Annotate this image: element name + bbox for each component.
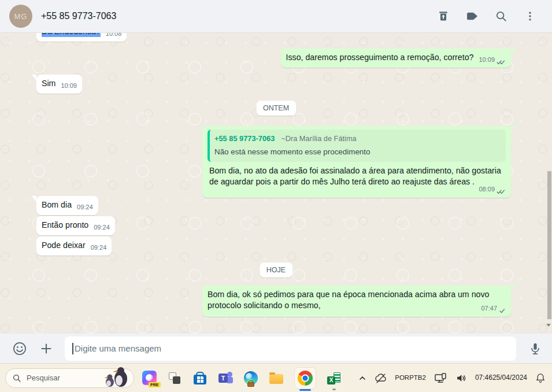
header-icons xyxy=(436,9,537,23)
excel-icon[interactable]: X xyxy=(327,371,342,386)
archive-trash-icon[interactable] xyxy=(436,9,450,23)
contact-avatar[interactable]: MG xyxy=(9,5,32,28)
bubble-tail xyxy=(32,196,36,202)
message-time: 08:09 xyxy=(479,184,495,195)
chat-header: MG +55 85 9773-7063 xyxy=(0,0,552,33)
message-time: 09:24 xyxy=(94,222,110,233)
avatar-monogram: MG xyxy=(14,12,28,21)
copilot-logo: PRE xyxy=(142,371,157,385)
edge-logo xyxy=(244,371,258,385)
clock-and-date[interactable]: 07:46 25/04/2024 xyxy=(475,373,527,383)
message-time: 09:24 xyxy=(77,202,93,213)
text-caret xyxy=(72,343,73,354)
message-text: Sim xyxy=(42,78,55,89)
message-input[interactable] xyxy=(65,336,516,361)
single-check-icon xyxy=(499,308,506,314)
quoted-message[interactable]: +55 85 9773-7063 ~Dra Marília de Fátima … xyxy=(208,130,506,162)
taskbar-apps: PRE T xyxy=(142,367,342,389)
teams-tile-letter: T xyxy=(218,373,228,383)
bubble-tail xyxy=(32,75,36,80)
menu-kebab-icon[interactable] xyxy=(523,9,537,23)
double-check-icon xyxy=(497,188,506,195)
message-bubble-outgoing-with-quote[interactable]: +55 85 9773-7063 ~Dra Marília de Fátima … xyxy=(202,126,511,198)
copilot-pre-badge: PRE xyxy=(149,382,160,387)
message-bubble-incoming[interactable]: Então pronto 09:24 xyxy=(36,216,115,235)
quote-sender: +55 85 9773-7063 xyxy=(214,134,275,143)
message-composer xyxy=(0,334,552,363)
teams-logo: T xyxy=(218,371,232,385)
chrome-icon[interactable] xyxy=(294,367,316,389)
message-time: 07:47 xyxy=(481,303,497,314)
onedrive-paused-cloud-icon[interactable] xyxy=(375,372,387,384)
search-icon[interactable] xyxy=(494,9,508,23)
selected-message-text: Da Endodontia? xyxy=(42,33,101,37)
message-input-wrap xyxy=(65,336,516,361)
chat-scroll-down-arrow[interactable] xyxy=(546,324,551,327)
notifications-bell-icon[interactable] xyxy=(535,372,546,384)
language-line1: POR xyxy=(395,373,409,382)
quote-header: +55 85 9773-7063 ~Dra Marília de Fátima xyxy=(214,133,500,144)
message-bubble-incoming[interactable]: Da Endodontia? 10:08 xyxy=(36,33,127,42)
quote-author: ~Dra Marília de Fátima xyxy=(281,134,357,143)
excel-tile-letter: X xyxy=(327,376,335,384)
work-briefcase-overlay-icon xyxy=(247,382,254,387)
taskbar-search[interactable]: Pesquisar xyxy=(5,368,134,388)
message-text: Pode deixar xyxy=(42,240,86,251)
tray-time: 07:46 xyxy=(475,373,492,383)
chat-title[interactable]: +55 85 9773-7063 xyxy=(41,11,436,21)
quote-text: Não está nesse momento esse procedimento xyxy=(214,146,500,157)
date-divider-today: HOJE xyxy=(260,262,292,278)
whatsapp-screen: MG +55 85 9773-7063 xyxy=(0,0,552,392)
excel-logo: X xyxy=(327,372,341,384)
language-line2: PTB2 xyxy=(409,373,426,382)
message-text: Bom dia xyxy=(42,199,72,210)
folder-logo xyxy=(269,374,283,384)
chat-message-list[interactable]: Da Endodontia? 10:08 Isso, daremos pross… xyxy=(0,33,552,334)
search-highlight-penguins-image xyxy=(99,364,131,387)
message-bubble-outgoing[interactable]: Isso, daremos prosseguimento a remoção, … xyxy=(281,49,511,68)
task-view-front-square xyxy=(173,376,180,384)
cast-display-icon[interactable] xyxy=(434,371,447,385)
teams-icon[interactable]: T xyxy=(218,371,233,386)
message-bubble-outgoing[interactable]: Bom dia, ok só pedimos para que na época… xyxy=(202,286,511,317)
label-icon[interactable] xyxy=(465,9,479,23)
message-text: Então pronto xyxy=(42,220,88,231)
double-check-icon xyxy=(497,59,506,65)
message-time: 10:09 xyxy=(479,54,495,65)
chrome-logo xyxy=(298,371,313,386)
message-time: 09:24 xyxy=(91,242,107,253)
windows-logo xyxy=(197,376,203,383)
tray-date: 25/04/2024 xyxy=(492,373,527,383)
volume-speaker-icon[interactable] xyxy=(455,372,468,384)
system-tray: POR PTB2 07:46 25/04/2024 xyxy=(358,371,552,385)
language-indicator[interactable]: POR PTB2 xyxy=(395,373,426,382)
edge-icon[interactable] xyxy=(243,371,258,386)
message-bubble-incoming[interactable]: Pode deixar 09:24 xyxy=(36,236,112,256)
search-icon xyxy=(12,373,21,383)
emoji-icon[interactable] xyxy=(12,341,27,356)
message-text: Bom dia, ok só pedimos para que na época… xyxy=(208,289,506,312)
bubble-tail xyxy=(511,49,516,54)
copilot-icon[interactable]: PRE xyxy=(142,371,157,386)
file-explorer-icon[interactable] xyxy=(269,371,284,386)
microphone-icon[interactable] xyxy=(527,341,543,356)
message-bubble-incoming[interactable]: Sim 10:09 xyxy=(36,75,82,94)
message-time: 10:09 xyxy=(61,80,77,91)
message-bubble-incoming[interactable]: Bom dia 09:24 xyxy=(36,196,98,215)
attach-plus-icon[interactable] xyxy=(38,341,54,356)
bubble-tail xyxy=(511,286,516,291)
chat-scrollbar-thumb[interactable] xyxy=(547,171,551,319)
message-text: Isso, daremos prosseguimento a remoção, … xyxy=(286,52,474,63)
tray-chevron-up-icon[interactable] xyxy=(358,373,367,383)
search-placeholder: Pesquisar xyxy=(27,373,60,382)
store-bag xyxy=(194,375,206,384)
message-text: Bom dia, no ato da adesão foi assinalado… xyxy=(208,162,506,193)
teams-person-head xyxy=(227,372,232,377)
date-divider-yesterday: ONTEM xyxy=(256,101,296,116)
microsoft-store-icon[interactable] xyxy=(192,371,208,386)
windows-taskbar: Pesquisar PRE xyxy=(0,363,552,392)
task-view-icon[interactable] xyxy=(167,371,182,386)
message-time: 10:08 xyxy=(106,33,122,39)
bubble-tail xyxy=(511,126,516,132)
